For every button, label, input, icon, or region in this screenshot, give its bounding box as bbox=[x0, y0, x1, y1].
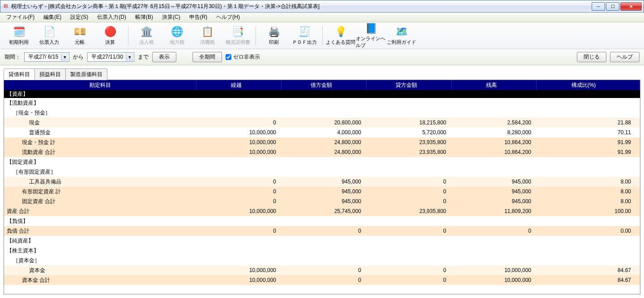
cell-balance: 10,864,200 bbox=[452, 149, 537, 155]
zero-checkbox-input[interactable] bbox=[226, 54, 231, 60]
table-row[interactable]: ［有形固定資産］ bbox=[4, 167, 640, 177]
cell-credit: 0 bbox=[367, 228, 452, 234]
cell-credit: 0 bbox=[367, 267, 452, 273]
section-header: 【資産】 bbox=[4, 90, 640, 98]
from-to-label: から bbox=[73, 53, 84, 61]
tabs: 貸借科目 損益科目 製造原価科目 bbox=[0, 65, 644, 80]
cell-debit: 0 bbox=[281, 277, 367, 283]
cell-debit: 24,800,000 bbox=[281, 149, 367, 155]
cell-balance: 945,000 bbox=[452, 198, 537, 204]
cell-balance: 11,809,200 bbox=[452, 208, 537, 214]
cell-debit: 4,000,000 bbox=[281, 129, 367, 136]
show-button[interactable]: 表示 bbox=[152, 52, 176, 62]
menu-edit[interactable]: 編集(E) bbox=[40, 13, 65, 22]
tool-closing[interactable]: 🔴決算 bbox=[95, 24, 125, 48]
cell-ratio: 8.00 bbox=[537, 179, 640, 185]
close-panel-button[interactable]: 閉じる bbox=[577, 52, 606, 62]
tool-init[interactable]: 🗓️初期利用 bbox=[4, 24, 34, 48]
table-row[interactable]: 現金020,800,00018,215,8002,584,20021.88 bbox=[4, 118, 640, 128]
cell-acct: 固定資産 合計 bbox=[4, 198, 196, 205]
table-row[interactable]: 【負債】 bbox=[4, 216, 640, 226]
toolbar-sep bbox=[322, 26, 323, 46]
cell-balance: 2,584,200 bbox=[452, 119, 537, 126]
menu-slip[interactable]: 伝票入力(D) bbox=[94, 13, 130, 22]
zero-checkbox[interactable]: ゼロ非表示 bbox=[226, 53, 260, 61]
tool-slip[interactable]: 📄伝票入力 bbox=[34, 24, 64, 48]
dropdown-icon[interactable]: ▼ bbox=[61, 53, 68, 61]
tool-faq[interactable]: 💡よくある質問 bbox=[325, 24, 356, 48]
tool-pdf[interactable]: 🧾ＰＤＦ出力 bbox=[289, 24, 320, 48]
table-row[interactable]: 【株主資本】 bbox=[4, 246, 640, 255]
cell-credit: 0 bbox=[367, 277, 452, 283]
grid-body[interactable]: 【資産】【流動資産】［現金・預金］現金020,800,00018,215,800… bbox=[4, 90, 640, 294]
help-button[interactable]: ヘルプ bbox=[610, 52, 640, 62]
table-row[interactable]: 現金・預金 計10,000,00024,800,00023,935,80010,… bbox=[4, 137, 640, 147]
date-from[interactable]: 平成27/ 6/15▼ bbox=[24, 52, 69, 62]
slip-icon: 📄 bbox=[43, 26, 55, 38]
header-ratio: 構成比(%) bbox=[537, 80, 640, 90]
table-row[interactable]: 【流動資産】 bbox=[4, 98, 640, 108]
cell-acct: 現金 bbox=[4, 119, 196, 127]
cell-carry: 0 bbox=[196, 179, 281, 185]
table-row[interactable]: 工具器具備品0945,0000945,0008.00 bbox=[4, 177, 640, 187]
table-row[interactable]: ［現金・預金］ bbox=[4, 108, 640, 118]
ledger-icon: 💴 bbox=[73, 26, 86, 38]
maximize-button[interactable]: ☐ bbox=[606, 2, 619, 11]
tab-bs[interactable]: 貸借科目 bbox=[4, 68, 35, 80]
table-row[interactable]: 資本金10,000,0000010,000,00084.67 bbox=[4, 265, 640, 275]
table-row[interactable]: 【純資産】 bbox=[4, 236, 640, 246]
menu-help[interactable]: ヘルプ(H) bbox=[213, 13, 243, 22]
cell-ratio: 0.00 bbox=[537, 228, 640, 234]
table-row[interactable]: 有形固定資産 計0945,0000945,0008.00 bbox=[4, 187, 640, 196]
tool-onlinehelp[interactable]: 📘オンラインヘルプ bbox=[356, 24, 386, 48]
cell-credit: 23,935,800 bbox=[367, 208, 452, 214]
cell-ratio: 91.99 bbox=[537, 139, 640, 145]
header-acct: 勘定科目 bbox=[4, 80, 196, 90]
menu-ledger[interactable]: 帳簿(B) bbox=[132, 13, 157, 22]
table-row[interactable]: 普通預金10,000,0004,000,0005,720,0008,280,00… bbox=[4, 128, 640, 137]
minimize-button[interactable]: ─ bbox=[592, 2, 605, 11]
cell-carry: 10,000,000 bbox=[196, 277, 281, 283]
cell-balance: 10,000,000 bbox=[452, 267, 537, 273]
cell-acct: 普通預金 bbox=[4, 129, 196, 136]
corptax-icon: 🏛️ bbox=[140, 26, 153, 38]
onlinehelp-icon: 📘 bbox=[365, 23, 377, 34]
table-row[interactable]: 資産 合計10,000,00025,745,00023,935,80011,80… bbox=[4, 206, 640, 216]
tool-guide[interactable]: 🗺️ご利用ガイド bbox=[386, 24, 417, 48]
table-row[interactable]: 固定資産 合計0945,0000945,0008.00 bbox=[4, 196, 640, 206]
menu-file[interactable]: ファイル(F) bbox=[3, 13, 38, 22]
cell-carry: 0 bbox=[196, 228, 281, 234]
table-row[interactable]: 資本金 合計10,000,0000010,000,00084.67 bbox=[4, 275, 640, 285]
cell-debit: 945,000 bbox=[281, 188, 367, 195]
grid-header: 勘定科目 繰越 借方金額 貸方金額 残高 構成比(%) bbox=[4, 80, 640, 90]
cell-acct: 負債 合計 bbox=[4, 227, 196, 235]
cell-acct: ［資本金］ bbox=[4, 257, 196, 264]
cell-carry: 10,000,000 bbox=[196, 149, 281, 155]
table-row[interactable]: ［資本金］ bbox=[4, 255, 640, 265]
tool-constax: 📋消費税 bbox=[192, 24, 222, 48]
cell-debit: 0 bbox=[281, 228, 367, 234]
close-button[interactable]: ✕ bbox=[620, 2, 642, 11]
table-row[interactable]: 流動資産 合計10,000,00024,800,00023,935,80010,… bbox=[4, 147, 640, 157]
cell-acct: 資本金 合計 bbox=[4, 277, 196, 284]
cell-acct: 有形固定資産 計 bbox=[4, 188, 196, 196]
tab-cost[interactable]: 製造原価科目 bbox=[65, 68, 107, 80]
date-to[interactable]: 平成27/11/30▼ bbox=[87, 52, 134, 62]
dropdown-icon[interactable]: ▼ bbox=[126, 53, 133, 61]
tool-print[interactable]: 🖨️印刷 bbox=[259, 24, 289, 48]
print-icon: 🖨️ bbox=[268, 26, 280, 38]
cell-ratio: 84.67 bbox=[537, 277, 640, 283]
tab-pl[interactable]: 損益科目 bbox=[34, 68, 66, 80]
allperiod-button[interactable]: 全期間 bbox=[192, 52, 222, 62]
menubar: ファイル(F) 編集(E) 設定(S) 伝票入力(D) 帳簿(B) 決算(C) … bbox=[0, 13, 644, 22]
table-row[interactable]: 負債 合計00000.00 bbox=[4, 226, 640, 236]
menu-settings[interactable]: 設定(S) bbox=[67, 13, 92, 22]
menu-closing[interactable]: 決算(C) bbox=[158, 13, 184, 22]
cell-acct: 【株主資本】 bbox=[4, 247, 196, 255]
cell-acct: 工具器具備品 bbox=[4, 178, 196, 186]
tool-ledger[interactable]: 💴元帳 bbox=[64, 24, 95, 48]
titlebar: 税 税理士いらず - [株式会社カンタン商事・第１期(平成27年 6月15日～平… bbox=[0, 0, 644, 13]
table-row[interactable]: 【固定資産】 bbox=[4, 157, 640, 167]
menu-report[interactable]: 申告(R) bbox=[186, 13, 211, 22]
cell-carry: 0 bbox=[196, 119, 281, 126]
